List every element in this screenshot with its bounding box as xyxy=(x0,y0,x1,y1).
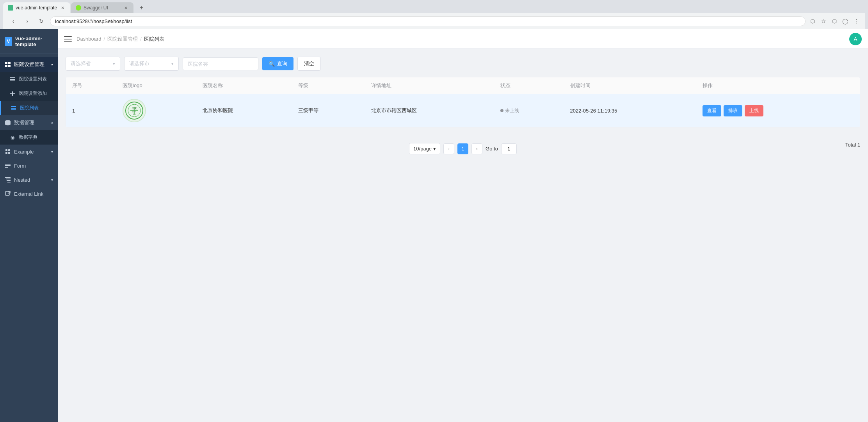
cell-status: 未上线 xyxy=(494,94,564,127)
browser-toolbar-icons: ⬡ ☆ ⬡ ◯ ⋮ xyxy=(809,17,860,25)
sidebar-item-data-management[interactable]: 数据管理 ▾ xyxy=(0,115,58,130)
hospital-logo: 北京 协和 医院 xyxy=(123,99,146,122)
col-name: 医院名称 xyxy=(196,77,292,94)
svg-rect-2 xyxy=(5,65,7,67)
breadcrumb: Dashboard / 医院设置管理 / 医院列表 xyxy=(76,36,164,43)
goto-input[interactable] xyxy=(501,143,517,154)
back-button[interactable]: ‹ xyxy=(8,16,19,27)
svg-rect-10 xyxy=(11,108,16,109)
col-created: 创建时间 xyxy=(564,77,697,94)
hamburger-button[interactable] xyxy=(64,35,72,43)
search-button[interactable]: 🔍 查询 xyxy=(262,57,293,70)
sidebar-item-external-link[interactable]: External Link xyxy=(0,187,58,201)
hospital-settings-add-label: 医院设置添加 xyxy=(19,90,47,97)
link-icon xyxy=(5,191,11,197)
avatar[interactable]: A xyxy=(849,33,862,45)
chevron-icon: ▾ xyxy=(51,63,53,67)
cell-name: 北京协和医院 xyxy=(196,94,292,127)
pagination: 10/page ▾ ‹ 1 › Go to xyxy=(409,143,517,154)
svg-rect-24 xyxy=(5,191,9,195)
current-page-button[interactable]: 1 xyxy=(457,143,468,154)
col-status: 状态 xyxy=(494,77,564,94)
breadcrumb-sep-1: / xyxy=(104,36,105,42)
action-buttons: 查看 排班 上线 xyxy=(703,105,854,116)
example-icon xyxy=(5,148,11,155)
svg-rect-8 xyxy=(10,93,15,94)
extension-icon[interactable]: ⬡ xyxy=(831,17,838,25)
svg-rect-6 xyxy=(10,80,15,81)
city-select[interactable]: 请选择市 ▾ xyxy=(124,57,179,71)
svg-rect-11 xyxy=(11,109,16,110)
sidebar-item-hospital-settings-add[interactable]: 医院设置添加 xyxy=(0,86,58,101)
breadcrumb-hospital-settings[interactable]: 医院设置管理 xyxy=(107,36,138,43)
svg-rect-15 xyxy=(5,152,7,154)
svg-rect-4 xyxy=(10,77,15,78)
svg-rect-23 xyxy=(7,182,11,182)
cast-icon[interactable]: ⬡ xyxy=(809,17,816,25)
page-size-select[interactable]: 10/page ▾ xyxy=(409,143,440,154)
profile-icon[interactable]: ◯ xyxy=(841,17,849,25)
data-table: 序号 医院logo 医院名称 等级 详情地址 状态 创建时间 操作 1 xyxy=(66,77,860,127)
tab-swagger-close[interactable]: ✕ xyxy=(123,5,129,11)
sidebar-item-hospital-settings[interactable]: 医院设置管理 ▾ xyxy=(0,57,58,72)
svg-rect-22 xyxy=(7,180,11,181)
view-button[interactable]: 查看 xyxy=(703,105,721,116)
sidebar-item-nested[interactable]: Nested ▾ xyxy=(0,173,58,187)
search-icon: 🔍 xyxy=(269,61,275,67)
cell-logo: 北京 协和 医院 xyxy=(116,94,196,127)
add-icon xyxy=(9,91,16,97)
tab-vue-close[interactable]: ✕ xyxy=(59,5,66,11)
logo-icon: V xyxy=(5,37,12,46)
cell-index: 1 xyxy=(66,94,116,127)
svg-rect-21 xyxy=(6,179,11,179)
total-label: Total 1 xyxy=(845,142,860,148)
sidebar-logo: V vue-admin-template xyxy=(0,29,58,54)
svg-rect-0 xyxy=(5,62,7,64)
example-label: Example xyxy=(14,149,34,155)
sidebar-menu: 医院设置管理 ▾ 医院设置列表 xyxy=(0,54,58,422)
tab-vue-title: vue-admin-template xyxy=(16,5,57,11)
topbar-left: Dashboard / 医院设置管理 / 医院列表 xyxy=(64,35,164,43)
address-text: localhost:9528/#/hospSet/hosp/list xyxy=(55,18,132,24)
table-container: 序号 医院logo 医院名称 等级 详情地址 状态 创建时间 操作 1 xyxy=(66,77,860,127)
refresh-button[interactable]: ↻ xyxy=(36,16,47,27)
sidebar-item-hospital-settings-list[interactable]: 医院设置列表 xyxy=(0,72,58,86)
hospital-list-icon xyxy=(11,105,17,111)
list-icon xyxy=(9,76,16,82)
breadcrumb-dashboard[interactable]: Dashboard xyxy=(76,36,101,42)
form-label: Form xyxy=(14,163,26,169)
svg-rect-5 xyxy=(10,79,15,80)
hospital-name-input[interactable] xyxy=(183,57,258,70)
new-tab-button[interactable]: + xyxy=(136,2,147,13)
browser-addressbar: ‹ › ↻ localhost:9528/#/hospSet/hosp/list… xyxy=(3,13,865,29)
next-page-button[interactable]: › xyxy=(471,143,482,154)
menu-icon[interactable]: ⋮ xyxy=(852,17,860,25)
city-chevron: ▾ xyxy=(171,61,174,66)
province-select[interactable]: 请选择省 ▾ xyxy=(66,57,120,71)
address-bar[interactable]: localhost:9528/#/hospSet/hosp/list xyxy=(50,16,806,26)
cell-created: 2022-05-26 11:19:35 xyxy=(564,94,697,127)
city-placeholder: 请选择市 xyxy=(129,60,149,67)
data-dictionary-label: 数据字典 xyxy=(19,134,37,141)
search-bar: 请选择省 ▾ 请选择市 ▾ 🔍 查询 清空 xyxy=(66,57,860,71)
sidebar-item-data-dictionary[interactable]: ◉ 数据字典 xyxy=(0,130,58,145)
svg-rect-19 xyxy=(5,167,8,168)
prev-page-button[interactable]: ‹ xyxy=(443,143,454,154)
tab-swagger[interactable]: Swagger UI ✕ xyxy=(71,2,133,13)
sidebar: V vue-admin-template 医院设置管理 xyxy=(0,29,58,422)
sidebar-item-hospital-list[interactable]: 医院列表 xyxy=(0,101,58,115)
star-icon[interactable]: ☆ xyxy=(820,17,827,25)
toggle-status-button[interactable]: 上线 xyxy=(745,105,763,116)
svg-rect-9 xyxy=(11,106,16,107)
forward-button[interactable]: › xyxy=(22,16,33,27)
sidebar-item-form[interactable]: Form xyxy=(0,159,58,173)
breadcrumb-sep-2: / xyxy=(140,36,142,42)
hospital-settings-submenu: 医院设置列表 医院设置添加 xyxy=(0,72,58,115)
sidebar-item-example[interactable]: Example ▾ xyxy=(0,145,58,159)
tab-vue[interactable]: vue-admin-template ✕ xyxy=(3,2,70,13)
edit-button[interactable]: 排班 xyxy=(724,105,742,116)
col-level: 等级 xyxy=(292,77,365,94)
nested-chevron: ▾ xyxy=(51,178,53,182)
clear-button[interactable]: 清空 xyxy=(297,57,321,71)
vue-favicon xyxy=(8,5,13,11)
